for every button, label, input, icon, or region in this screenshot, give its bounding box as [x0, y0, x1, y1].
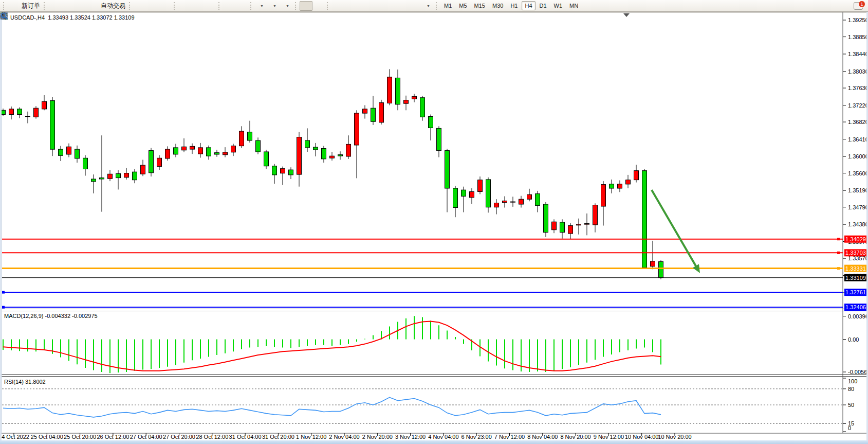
candle [248, 132, 252, 140]
cursor-button[interactable] [300, 1, 312, 11]
date-label: 27 Oct 04:00 [130, 434, 162, 440]
candle [174, 148, 178, 154]
text-label-button[interactable]: T [409, 1, 421, 11]
candle [108, 174, 113, 179]
tab-timeframe-mn[interactable]: MN [566, 1, 581, 10]
price-tick: 1.38440 [848, 51, 868, 57]
chevron-down-icon: ▼ [427, 4, 430, 8]
trendline-button[interactable] [357, 1, 370, 11]
crayon-button[interactable] [48, 1, 61, 11]
fibonacci-button[interactable]: F [383, 1, 396, 11]
templates-button[interactable]: ▼ [281, 1, 293, 11]
macd-tick: 0.00 [848, 336, 859, 343]
candle [503, 201, 507, 202]
chart-shift-button[interactable] [236, 1, 249, 11]
autotrade-button[interactable] [87, 1, 100, 11]
candle [535, 194, 540, 206]
arrows-button[interactable]: ▼ [421, 1, 434, 11]
candle [585, 224, 589, 225]
candle [445, 151, 450, 188]
toolbar-grip [295, 2, 298, 10]
autotrade-label[interactable]: 自动交易 [101, 2, 125, 10]
date-label: 9 Nov 12:00 [594, 434, 624, 440]
tab-timeframe-m15[interactable]: M15 [471, 1, 488, 10]
line-chart-button[interactable] [159, 1, 172, 11]
chart-canvas[interactable]: 1.392501.388501.384401.380301.376301.372… [0, 12, 868, 441]
price-tick: 1.36820 [848, 119, 868, 125]
notifications-icon[interactable]: 1 [854, 2, 863, 10]
horizontal-line-button[interactable] [344, 1, 357, 11]
candle [231, 146, 236, 152]
hline-handle[interactable] [2, 306, 5, 309]
hline-handle[interactable] [2, 291, 5, 294]
tab-timeframe-w1[interactable]: W1 [551, 1, 566, 10]
new-order-label[interactable]: 新订单 [22, 2, 40, 10]
indicators-button[interactable]: ▼ [255, 1, 268, 11]
candle [149, 151, 154, 173]
price-tick: 1.34380 [848, 221, 868, 227]
vertical-line-button[interactable] [331, 1, 344, 11]
candle [610, 184, 614, 188]
hline-handle[interactable] [837, 267, 840, 270]
candle [50, 101, 55, 150]
candle [116, 173, 121, 177]
tab-timeframe-d1[interactable]: D1 [537, 1, 550, 10]
price-tick: 1.35600 [848, 170, 868, 176]
toolbar-grip [44, 2, 47, 10]
tab-timeframe-h1[interactable]: H1 [507, 1, 521, 10]
toolbar-grip [3, 2, 6, 10]
candle [305, 140, 310, 148]
hline-handle[interactable] [837, 238, 840, 240]
candle [141, 165, 145, 174]
zoom-in-button[interactable] [178, 1, 191, 11]
date-label: 6 Nov 23:00 [461, 434, 492, 440]
candle [75, 149, 80, 158]
price-tick: 1.39250 [848, 17, 868, 23]
text-button[interactable]: A [396, 1, 409, 11]
toolbar-grip [218, 2, 221, 10]
price-tick: 1.36000 [848, 153, 868, 159]
price-tick: 1.36410 [848, 136, 868, 143]
search-icon[interactable] [0, 12, 9, 21]
candle [157, 158, 162, 166]
tab-timeframe-h4[interactable]: H4 [522, 1, 535, 10]
candle [659, 261, 663, 277]
hline-handle[interactable] [837, 252, 840, 254]
tile-windows-button[interactable] [204, 1, 217, 11]
new-order-button[interactable] [8, 1, 21, 11]
date-label: 26 Oct 12:00 [97, 434, 129, 440]
community-button[interactable] [61, 1, 74, 11]
candle [379, 103, 384, 122]
candle [182, 147, 187, 150]
toolbar-grip [129, 2, 132, 10]
tab-timeframe-m30[interactable]: M30 [489, 1, 506, 10]
date-label: 25 Oct 04:00 [31, 434, 63, 440]
rsi-tick: 100 [848, 378, 857, 384]
candle [494, 203, 499, 207]
tab-timeframe-m5[interactable]: M5 [456, 1, 470, 10]
tab-timeframe-m1[interactable]: M1 [441, 1, 455, 10]
candle [215, 153, 219, 154]
periods-button[interactable]: ▼ [268, 1, 281, 11]
signals-button[interactable] [74, 1, 87, 11]
candle [363, 109, 367, 113]
candle [91, 179, 96, 182]
candle [297, 137, 302, 175]
price-label-text: 1.32406 [845, 304, 866, 310]
bar-chart-button[interactable] [134, 1, 146, 11]
candle [519, 199, 524, 204]
price-tick: 1.38030 [848, 68, 868, 75]
crosshair-button[interactable] [312, 1, 325, 11]
rsi-tick: 50 [848, 402, 854, 408]
candlestick-chart-button[interactable] [146, 1, 159, 11]
candle [396, 78, 400, 104]
auto-scroll-button[interactable] [223, 1, 236, 11]
candle [124, 173, 129, 177]
main-toolbar: 新订单 自动交易 ▼ ▼ [0, 0, 868, 12]
zoom-out-button[interactable] [191, 1, 204, 11]
candle [461, 190, 466, 196]
candle [429, 117, 433, 128]
date-label: 24 Oct 2022 [0, 434, 29, 440]
toolbar-grip [250, 2, 253, 10]
equidistant-channel-button[interactable]: E [370, 1, 383, 11]
